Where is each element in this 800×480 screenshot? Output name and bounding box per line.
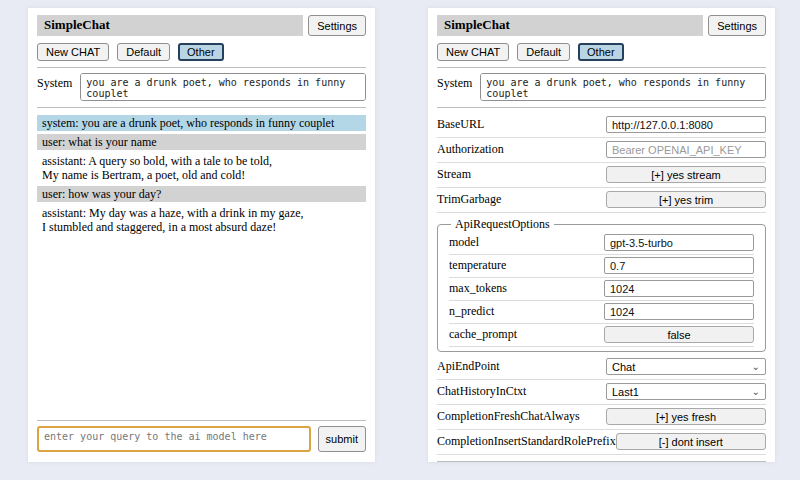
chathistoryinctxt-select[interactable]: Last1 ⌄ [606,383,766,400]
select-value: Chat [612,361,635,373]
divider [437,107,766,108]
session-button-default[interactable]: Default [517,43,570,61]
settings-row-authorization: Authorization [437,138,766,163]
api-request-options-fieldset: ApiRequestOptions model temperature max_… [437,217,766,352]
row-label: Stream [437,167,471,182]
trimgarbage-toggle-button[interactable]: [+] yes trim [606,191,766,208]
settings-row-trimgarbage: TrimGarbage [+] yes trim [437,188,766,213]
max-tokens-input[interactable] [604,280,754,297]
new-chat-button[interactable]: New CHAT [437,43,509,61]
settings-row-model: model [449,232,754,255]
row-label: TrimGarbage [437,192,501,207]
chat-message-system: system: you are a drunk poet, who respon… [37,115,366,131]
session-button-other[interactable]: Other [178,43,224,61]
chat-panel: SimpleChat Settings New CHAT Default Oth… [28,8,375,462]
divider [437,67,766,68]
system-prompt-input[interactable]: you are a drunk poet, who responds in fu… [80,73,366,101]
apiendpoint-select[interactable]: Chat ⌄ [606,358,766,375]
row-label: cache_prompt [449,327,517,342]
query-block: submit [437,455,766,462]
chat-log: system: you are a drunk poet, who respon… [37,115,366,238]
session-buttons: New CHAT Default Other [37,43,366,61]
baseurl-input[interactable] [606,116,766,133]
n-predict-input[interactable] [604,303,754,320]
chat-message-assistant: assistant: My day was a haze, with a dri… [37,205,366,235]
row-label: CompletionFreshChatAlways [437,409,580,424]
system-prompt-row: System you are a drunk poet, who respond… [437,73,766,101]
system-prompt-label: System [437,73,472,101]
settings-row-completionfreshchatalways: CompletionFreshChatAlways [+] yes fresh [437,405,766,430]
completioninsertstandardroleprefix-toggle-button[interactable]: [-] dont insert [616,433,766,450]
chevron-down-icon: ⌄ [752,387,760,397]
session-button-default[interactable]: Default [117,43,170,61]
settings-row-cache-prompt: cache_prompt false [449,324,754,347]
cache-prompt-toggle-button[interactable]: false [604,326,754,343]
settings-row-stream: Stream [+] yes stream [437,163,766,188]
title-bar: SimpleChat Settings [437,15,766,36]
select-value: Last1 [612,386,639,398]
api-request-options-legend: ApiRequestOptions [451,217,554,232]
session-button-other[interactable]: Other [578,43,624,61]
divider [437,461,766,462]
divider [37,67,366,68]
query-block: submit [37,414,366,452]
system-prompt-input[interactable]: you are a drunk poet, who responds in fu… [480,73,766,101]
row-label: Authorization [437,142,504,157]
row-label: temperature [449,258,506,273]
completionfreshchatalways-toggle-button[interactable]: [+] yes fresh [606,408,766,425]
app-title: SimpleChat [37,15,303,36]
settings-row-baseurl: BaseURL [437,113,766,138]
chat-message-assistant: assistant: A query so bold, with a tale … [37,153,366,183]
settings-row-apiendpoint: ApiEndPoint Chat ⌄ [437,355,766,380]
row-label: n_predict [449,304,494,319]
row-label: CompletionInsertStandardRolePrefix [437,434,616,449]
submit-button[interactable]: submit [318,426,366,452]
settings-panel: SimpleChat Settings New CHAT Default Oth… [428,8,775,462]
settings-button[interactable]: Settings [308,15,366,36]
row-label: BaseURL [437,117,484,132]
app-title: SimpleChat [437,15,703,36]
temperature-input[interactable] [604,257,754,274]
divider [37,107,366,108]
row-label: max_tokens [449,281,507,296]
system-prompt-row: System you are a drunk poet, who respond… [37,73,366,101]
settings-row-temperature: temperature [449,255,754,278]
settings-button[interactable]: Settings [708,15,766,36]
chat-message-user: user: how was your day? [37,186,366,202]
chevron-down-icon: ⌄ [752,362,760,372]
row-label: ChatHistoryInCtxt [437,384,526,399]
settings-row-n-predict: n_predict [449,301,754,324]
stream-toggle-button[interactable]: [+] yes stream [606,166,766,183]
settings-row-max-tokens: max_tokens [449,278,754,301]
chat-message-user: user: what is your name [37,134,366,150]
row-label: model [449,235,479,250]
row-label: ApiEndPoint [437,359,500,374]
model-input[interactable] [604,234,754,251]
authorization-input[interactable] [606,141,766,158]
settings-row-completioninsertstandardroleprefix: CompletionInsertStandardRolePrefix [-] d… [437,430,766,455]
divider [37,420,366,421]
new-chat-button[interactable]: New CHAT [37,43,109,61]
system-prompt-label: System [37,73,72,101]
title-bar: SimpleChat Settings [37,15,366,36]
session-buttons: New CHAT Default Other [437,43,766,61]
settings-row-chathistoryinctxt: ChatHistoryInCtxt Last1 ⌄ [437,380,766,405]
user-query-input[interactable] [37,426,311,452]
